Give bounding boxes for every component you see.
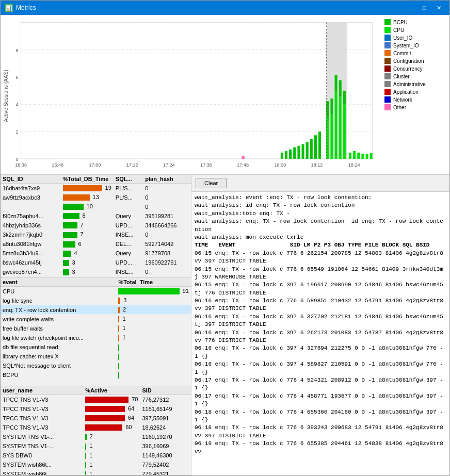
sql-type-cell: UPD... bbox=[114, 221, 143, 230]
sql-type-cell: Query bbox=[114, 211, 143, 221]
table-row[interactable]: bswc46zum45tj 3 UPD... 1960922761 bbox=[1, 258, 191, 267]
table-row[interactable]: free buffer waits 1 bbox=[1, 324, 191, 333]
legend-label: Administrative bbox=[393, 81, 426, 87]
right-panel-content[interactable]: wait_analysis: event :enq: TX - row lock… bbox=[191, 192, 449, 475]
svg-text:17:00: 17:00 bbox=[89, 162, 101, 168]
user-sid-cell: 1149,46300 bbox=[140, 451, 191, 460]
event-pct-cell: 1 bbox=[116, 324, 191, 333]
table-row[interactable]: library cache: mutex X bbox=[1, 352, 191, 361]
svg-rect-23 bbox=[242, 156, 245, 159]
table-row[interactable]: aw9ttz9acxbc3 13 PL/S... 0 bbox=[1, 193, 191, 202]
svg-rect-43 bbox=[343, 91, 346, 104]
svg-rect-29 bbox=[302, 144, 304, 159]
user-panel-scroll[interactable]: user_name %Active SID TPCC TNS V1-V3 70 … bbox=[1, 386, 191, 475]
event-name-cell: SQL*Net message to client bbox=[1, 361, 116, 370]
table-row[interactable]: log file switch (checkpoint inco... 1 bbox=[1, 333, 191, 342]
sql-type-cell: INSE... bbox=[114, 230, 143, 239]
table-row[interactable]: 10 0 bbox=[1, 202, 191, 211]
sql-type-cell bbox=[114, 202, 143, 211]
table-row[interactable]: SQL*Net message to client bbox=[1, 361, 191, 370]
clear-button[interactable]: Clear bbox=[196, 178, 227, 188]
log-line: wait_analysis:toto enq: TX - bbox=[195, 210, 446, 218]
minimize-button[interactable]: ─ bbox=[403, 3, 416, 13]
log-line: wait_analysis: event :enq: TX - row lock… bbox=[195, 194, 446, 202]
table-row[interactable]: 5mz8u3b34u9... 4 Query 91779708 bbox=[1, 249, 191, 258]
table-row[interactable]: gwcvcq87cn4... 3 INSE... 0 bbox=[1, 267, 191, 276]
legend-color bbox=[384, 73, 391, 79]
svg-rect-35 bbox=[326, 101, 329, 117]
sql-panel: SQL_ID %Total_DB_Time SQL... plan_hash 1… bbox=[1, 175, 191, 278]
sql-type-cell: DEL... bbox=[114, 239, 143, 249]
legend-item-systemio: System_IO bbox=[384, 42, 443, 48]
maximize-button[interactable]: □ bbox=[417, 3, 431, 13]
table-row[interactable]: write complete waits 1 bbox=[1, 315, 191, 324]
svg-rect-38 bbox=[335, 91, 338, 159]
legend-label: Concurrency bbox=[393, 66, 423, 72]
svg-text:6: 6 bbox=[15, 75, 18, 80]
legend-item-bcpu: BCPU bbox=[384, 19, 443, 25]
legend-label: Configuration bbox=[393, 58, 424, 64]
svg-text:17:12: 17:12 bbox=[126, 162, 138, 168]
content-area: Active Sessions (AAS) 0 2 4 bbox=[1, 15, 449, 475]
user-name-cell: SYSTEM TNS V1-... bbox=[1, 432, 83, 441]
legend-item-commit: Commit bbox=[384, 50, 443, 56]
legend-item-cpu: CPU bbox=[384, 27, 443, 33]
sql-id-cell: 16dhat4ta7xs9 bbox=[1, 184, 61, 193]
table-row[interactable]: SYSTEM wish86t... 1 779,52402 bbox=[1, 460, 191, 469]
sql-id-cell: gwcvcq87cn4... bbox=[1, 267, 61, 276]
svg-rect-31 bbox=[310, 139, 313, 159]
table-row[interactable]: SYSTEM TNS V1-... 1 396,16069 bbox=[1, 441, 191, 451]
legend-label: User_IO bbox=[393, 35, 412, 41]
legend-color bbox=[384, 27, 391, 33]
close-button[interactable]: ✕ bbox=[432, 3, 445, 13]
table-row[interactable]: SYSTEM wish86t... 1 779,45321 bbox=[1, 469, 191, 475]
svg-rect-47 bbox=[361, 154, 364, 159]
sql-pct-cell: 7 bbox=[61, 230, 114, 239]
window-title: Metrics bbox=[16, 4, 403, 11]
table-row[interactable]: TPCC TNS V1-V3 70 776,27312 bbox=[1, 395, 191, 404]
user-pct-cell: 1 bbox=[83, 469, 140, 475]
user-pct-cell: 60 bbox=[83, 423, 140, 432]
log-line: 06:16 enq: TX - row lock c 397 4 327694 … bbox=[195, 344, 446, 360]
table-row[interactable]: BCPU bbox=[1, 370, 191, 380]
table-row[interactable]: TPCC TNS V1-V3 64 397,55091 bbox=[1, 414, 191, 423]
event-pct-cell: 2 bbox=[116, 305, 191, 315]
user-sid-cell: 18,62624 bbox=[140, 423, 191, 432]
svg-rect-39 bbox=[335, 75, 338, 91]
sql-plan-cell: 0 bbox=[143, 267, 191, 276]
table-row[interactable]: 16dhat4ta7xs9 19 PL/S... 0 bbox=[1, 184, 191, 193]
table-row[interactable]: SYS DBW0 1 1149,46300 bbox=[1, 451, 191, 460]
table-row[interactable]: db file sequential read bbox=[1, 342, 191, 352]
event-col-pct: %Total_Time bbox=[116, 278, 191, 287]
table-row[interactable]: SYSTEM TNS V1-... 2 1160,19270 bbox=[1, 432, 191, 441]
user-col-name: user_name bbox=[1, 386, 83, 395]
table-row[interactable]: CPU 91 bbox=[1, 287, 191, 296]
table-row[interactable]: TPCC TNS V1-V3 64 1151,65149 bbox=[1, 404, 191, 414]
user-table: user_name %Active SID TPCC TNS V1-V3 70 … bbox=[1, 386, 191, 475]
user-pct-cell: 1 bbox=[83, 460, 140, 469]
window-controls: ─ □ ✕ bbox=[403, 3, 445, 13]
svg-rect-45 bbox=[353, 151, 356, 159]
log-line: 06:16 enq: TX - row lock c 397 6 327702 … bbox=[195, 313, 446, 329]
event-name-cell: log file switch (checkpoint inco... bbox=[1, 333, 116, 342]
legend-color bbox=[384, 42, 391, 48]
sql-pct-cell: 7 bbox=[61, 221, 114, 230]
sql-col-type: SQL... bbox=[114, 175, 143, 184]
table-row[interactable]: 3k2zmhn7jkqb0 7 INSE... 0 bbox=[1, 230, 191, 239]
app-icon: 📊 bbox=[5, 4, 13, 12]
sql-type-cell: UPD... bbox=[114, 258, 143, 267]
svg-rect-49 bbox=[370, 153, 373, 159]
table-row[interactable]: a8ntu3081hfgw 6 DEL... 592714042 bbox=[1, 239, 191, 249]
legend-label: Commit bbox=[393, 51, 411, 56]
legend-label: Application bbox=[393, 89, 419, 95]
log-line: TIME EVENT SID LM P2 P3 OBJ TYPE FILE BL… bbox=[195, 241, 446, 249]
table-row[interactable]: TPCC TNS V1-V3 60 18,62624 bbox=[1, 423, 191, 432]
svg-text:8: 8 bbox=[15, 48, 18, 53]
table-row[interactable]: log file sync 3 bbox=[1, 296, 191, 305]
table-row[interactable]: f90zn75aphu4... 8 Query 395199281 bbox=[1, 211, 191, 221]
table-row[interactable]: 4hbzjyh4p336s 7 UPD... 3446664266 bbox=[1, 221, 191, 230]
svg-text:17:48: 17:48 bbox=[237, 162, 249, 168]
table-row[interactable]: enq: TX - row lock contention 2 bbox=[1, 305, 191, 315]
metrics-chart: Active Sessions (AAS) 0 2 4 bbox=[3, 17, 380, 172]
legend-color bbox=[384, 58, 391, 64]
